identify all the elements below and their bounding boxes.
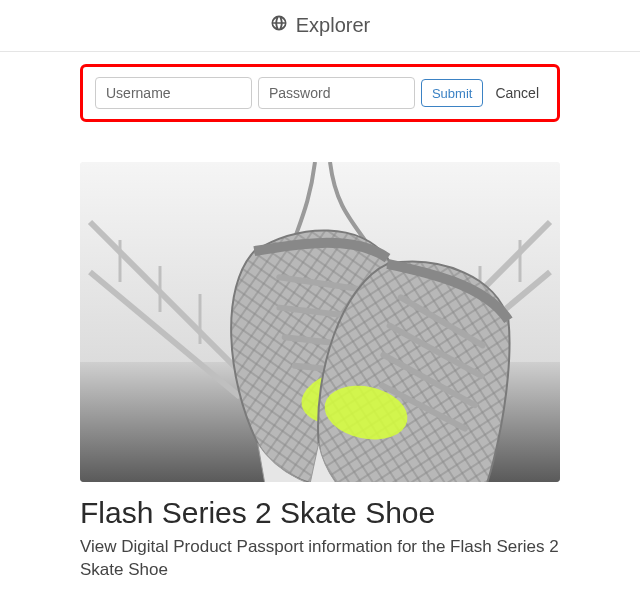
app-title: Explorer bbox=[296, 14, 370, 37]
globe-icon bbox=[270, 14, 288, 37]
password-input[interactable] bbox=[258, 77, 415, 109]
product-title: Flash Series 2 Skate Shoe bbox=[80, 496, 560, 530]
submit-button[interactable]: Submit bbox=[421, 79, 483, 107]
app-header: Explorer bbox=[0, 0, 640, 52]
product-image bbox=[80, 162, 560, 482]
cancel-link[interactable]: Cancel bbox=[489, 85, 545, 101]
product-card: Flash Series 2 Skate Shoe View Digital P… bbox=[80, 162, 560, 582]
product-description: View Digital Product Passport informatio… bbox=[80, 536, 560, 582]
sneaker-illustration bbox=[80, 162, 560, 482]
username-input[interactable] bbox=[95, 77, 252, 109]
login-bar: Submit Cancel bbox=[80, 64, 560, 122]
